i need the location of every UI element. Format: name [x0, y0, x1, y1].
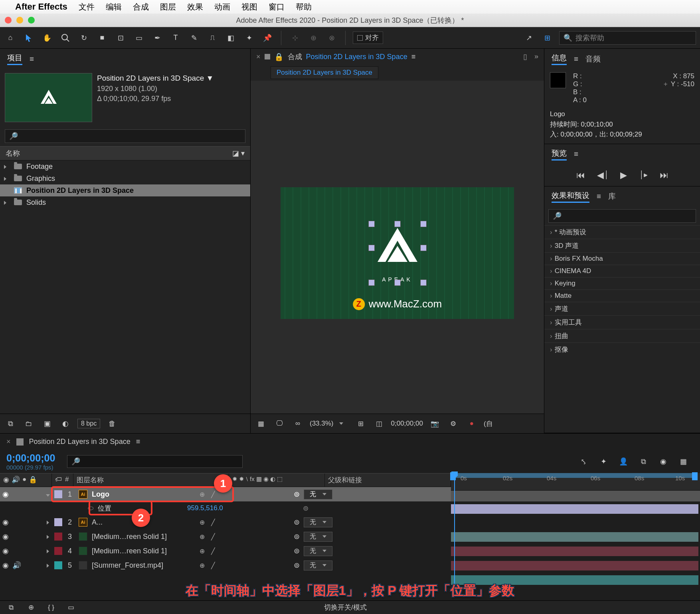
menu-effect[interactable]: 效果 [187, 2, 203, 12]
effect-category[interactable]: ›3D 声道 [544, 239, 700, 252]
orbit-tool-icon[interactable]: ↻ [77, 32, 90, 44]
pen-tool-icon[interactable]: ✒ [151, 32, 164, 44]
effect-category[interactable]: ›Keying [544, 277, 700, 289]
resolution-dropdown[interactable]: (自 [484, 419, 493, 428]
adjustment-icon[interactable]: ◐ [59, 417, 72, 430]
effect-category[interactable]: ›声道 [544, 302, 700, 315]
puppet-tool-icon[interactable]: 📌 [261, 32, 274, 44]
project-search-input[interactable]: 🔎 [5, 129, 245, 143]
effects-search-input[interactable]: 🔎 [548, 209, 696, 223]
motion-blur-icon[interactable]: ◉ [657, 455, 670, 468]
zoom-level[interactable]: (33.3%) [310, 420, 334, 428]
timeline-search-input[interactable]: 🔎 [67, 455, 243, 468]
effect-category[interactable]: ›实用工具 [544, 315, 700, 329]
menu-animation[interactable]: 动画 [214, 2, 230, 12]
zoom-in-icon[interactable]: ⊕ [25, 601, 38, 614]
project-tab[interactable]: 项目 [6, 52, 24, 66]
toggle-mode-button[interactable]: 切换开关/模式 [324, 603, 367, 612]
library-tab[interactable]: 库 [607, 190, 617, 202]
position-value[interactable]: 959.5,516.0 [187, 504, 223, 512]
shy-icon[interactable]: 👤 [617, 455, 630, 468]
comp-mini-flowchart-icon[interactable]: ⤣ [577, 455, 590, 468]
effect-category[interactable]: ›Boris FX Mocha [544, 252, 700, 265]
timeline-tracks[interactable]: 0s 02s 04s 06s 08s 10s [451, 473, 700, 587]
pan-behind-tool-icon[interactable]: ⊡ [114, 32, 127, 44]
current-time[interactable]: 0;00;00;00 [391, 420, 423, 428]
visibility-toggle[interactable]: ◉ [0, 490, 11, 499]
folder-solids[interactable]: Solids [0, 196, 250, 208]
app-name[interactable]: After Effects [15, 2, 67, 12]
toggle-switches-icon[interactable]: ⧉ [5, 601, 18, 614]
twirl-icon[interactable] [43, 490, 53, 499]
zoom-tool-icon[interactable] [59, 32, 72, 44]
comp-item[interactable]: Position 2D Layers in 3D Space [0, 184, 250, 196]
snapshot-icon[interactable]: 📷 [429, 417, 441, 430]
local-axis-icon[interactable]: ⊹ [289, 32, 301, 44]
pickwhip-icon[interactable]: ⊚ [294, 547, 300, 555]
brush-tool-icon[interactable]: ✎ [188, 32, 200, 44]
project-item-list[interactable]: Footage Graphics Position 2D Layers in 3… [0, 160, 250, 414]
crop-icon[interactable]: ◫ [373, 417, 386, 430]
visibility-toggle[interactable]: ◉ [0, 561, 11, 570]
menu-edit[interactable]: 编辑 [106, 2, 122, 12]
effects-list[interactable]: ›* 动画预设 ›3D 声道 ›Boris FX Mocha ›CINEMA 4… [544, 225, 700, 356]
comp-title[interactable]: Position 2D Layers in 3D Space [306, 53, 407, 61]
stopwatch-icon[interactable]: ⬭ [88, 504, 94, 512]
trash-icon[interactable]: 🗑 [106, 417, 119, 430]
audio-tab[interactable]: 音频 [584, 53, 602, 65]
parent-dropdown[interactable]: 无 [304, 561, 332, 570]
panel-menu-icon[interactable]: ≡ [574, 150, 578, 158]
menu-file[interactable]: 文件 [79, 2, 95, 12]
selection-tool-icon[interactable] [22, 32, 35, 44]
minimize-window-button[interactable] [16, 17, 23, 24]
grid-icon[interactable]: ▦ [255, 417, 267, 430]
timeline-tab[interactable]: Position 2D Layers in 3D Space [29, 438, 131, 446]
eraser-tool-icon[interactable]: ◧ [224, 32, 237, 44]
eye-column-icon[interactable]: ◉ [3, 475, 9, 485]
first-frame-icon[interactable]: ⏮ [576, 170, 585, 180]
effects-tab[interactable]: 效果和预设 [550, 190, 591, 204]
pickwhip-icon[interactable]: ⊚ [294, 490, 300, 499]
effect-category[interactable]: ›Matte [544, 289, 700, 302]
camera-tool-icon[interactable]: ■ [96, 32, 109, 44]
expand-icon[interactable]: ↗ [522, 32, 535, 44]
effect-category[interactable]: ›* 动画预设 [544, 225, 700, 239]
expand-icon[interactable]: » [534, 52, 538, 61]
layer-row-2[interactable]: ◉ 2 Ai A... ⊕╱ ⊚无 [0, 515, 451, 529]
layer-bar[interactable] [451, 532, 698, 542]
layer-bar[interactable] [451, 504, 698, 514]
info-tab[interactable]: 信息 [550, 52, 568, 66]
color-mgmt-icon[interactable]: ● [465, 417, 478, 430]
layer-name[interactable]: Logo [90, 490, 194, 499]
menu-layer[interactable]: 图层 [160, 2, 176, 12]
visibility-toggle[interactable]: ◉ [0, 518, 11, 527]
position-label[interactable]: 位置 [98, 504, 111, 513]
effect-category[interactable]: ›抠像 [544, 343, 700, 356]
position-property-row[interactable]: ⬭ 位置 959.5,516.0 ⊚ [0, 501, 451, 515]
comp-name-label[interactable]: Position 2D Layers in 3D Space ▼ [97, 73, 214, 84]
roto-brush-icon[interactable]: ✦ [243, 32, 255, 44]
world-axis-icon[interactable]: ⊕ [307, 32, 320, 44]
effect-category[interactable]: ›扭曲 [544, 329, 700, 343]
composition-viewer[interactable]: APEAK Zwww.MacZ.com [281, 187, 514, 319]
comp-tab[interactable]: Position 2D Layers in 3D Space [271, 66, 378, 79]
panel-menu-icon[interactable]: ≡ [574, 55, 578, 63]
label-column-icon[interactable]: 🏷 [55, 475, 62, 485]
parent-column[interactable]: 父级和链接 [325, 473, 451, 487]
frame-blend-icon[interactable]: ⧉ [637, 455, 650, 468]
maximize-window-button[interactable] [28, 17, 35, 24]
region-icon[interactable]: ∞ [291, 417, 304, 430]
layer-bar[interactable] [451, 561, 698, 570]
interpret-footage-icon[interactable]: ⧉ [4, 417, 17, 430]
layer-row-5[interactable]: ◉🔊 5 [Summer_Forest.mp4] ⊕╱ ⊚无 [0, 558, 451, 572]
column-type-icon[interactable]: ◪ ▾ [232, 149, 245, 158]
new-comp-icon[interactable]: ▣ [41, 417, 53, 430]
brackets-icon[interactable]: { } [45, 601, 57, 614]
resolution-icon[interactable]: ⊞ [354, 417, 367, 430]
draft-3d-icon[interactable]: ✦ [597, 455, 610, 468]
panel-menu-icon[interactable]: ≡ [597, 192, 601, 201]
parent-dropdown[interactable]: 无 [304, 517, 332, 527]
bit-depth[interactable]: 8 bpc [77, 419, 100, 428]
folder-graphics[interactable]: Graphics [0, 172, 250, 184]
new-folder-icon[interactable]: 🗀 [22, 417, 35, 430]
